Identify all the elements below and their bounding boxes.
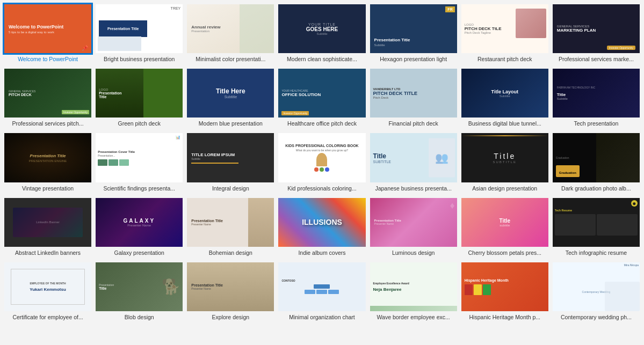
template-label: Modern blue presentation [187,120,274,127]
template-card-indie[interactable]: ILLUSIONS Indie album covers [276,196,367,260]
template-label: Tech infographic resume [553,249,640,256]
template-label: Dark graduation photo alb... [553,185,640,192]
template-label: Hexagon presentation light [370,56,457,62]
template-thumb-title: MARKETING PLAN [557,28,596,33]
template-label: Professional services marke... [553,56,640,62]
template-card-scientific[interactable]: Presentation Cover Title Presentation...… [93,131,185,195]
template-label: Healthcare office pitch deck [278,120,365,127]
template-card-cherry[interactable]: Title subtitle Cherry blossom petals pre… [459,196,551,260]
template-label: Explore design [187,314,274,320]
template-label: Asian design presentation [461,185,548,192]
template-card-wedding[interactable]: Mira Nkrupa Contemporary Wedding Contemp… [551,260,642,325]
template-label: Wave border employee exc... [370,314,457,320]
template-thumb-sub: YOUR TITLE [308,23,336,26]
template-card-hispanic[interactable]: Hispanic Heritage Month Hispanic Heritag… [459,260,551,325]
template-label: Financial pitch deck [370,120,457,127]
template-card-vintage[interactable]: Presentation Title PRESENTATION ENGINE V… [2,131,93,195]
template-label: Luminous design [370,249,457,256]
template-label: Abstract LinkedIn banners [4,249,91,256]
template-label: Blob design [96,314,183,320]
template-label: Scientific findings presenta... [96,185,183,192]
template-card-japanese[interactable]: Title SUBTITLE 👥 Japanese business prese… [368,131,459,195]
template-thumb-title: Annual review [191,25,220,30]
template-card-healthcare[interactable]: YOUR HEALTHCARE OFFICE SOLUTION Investor… [276,67,367,131]
template-thumb-title: PITCH DECK TtLE [465,26,502,31]
template-card-prof-pitch[interactable]: GENERAL SERVICES PITCH DECK Investor Opp… [2,67,93,131]
template-label: Indie album covers [278,249,365,256]
template-card-welcome[interactable]: Welcome to PowerPoint 5 tips to be a dig… [2,2,93,67]
template-label: Contemporary wedding ph... [553,314,640,320]
template-card-bright-business[interactable]: Presentation Title TREY Bright business … [93,2,185,67]
template-card-minimal-org[interactable]: CONTOSO Minimal organization chart [276,260,367,325]
template-card-wave[interactable]: Employee Excellence Award Neja Benjaree … [368,260,459,325]
template-label: Bright business presentation [96,56,183,62]
template-label: Green pitch deck [96,120,183,127]
template-label: Hispanic Heritage Month p... [461,314,548,320]
template-card-cert[interactable]: EMPLOYEE OF THE MONTH Yukari Kemmotsu Ce… [2,260,93,325]
template-card-bohemian[interactable]: Presentation Title Presenter Name Bohemi… [185,196,276,260]
template-label: Professional services pitch... [4,120,91,127]
template-card-prof-services-mkt[interactable]: GENERAL SERVICES MARKETING PLAN Investor… [551,2,642,67]
template-label: Certificate for employee of... [4,314,91,320]
template-label: Restaurant pitch deck [461,56,548,62]
template-card-kid-pro[interactable]: KIDS PROFESSIONAL COLORING BOOK What do … [276,131,367,195]
template-label: Kid professionals coloring... [278,185,365,192]
template-card-luminous[interactable]: Presentation Title Presenter Name ♦ Lumi… [368,196,459,260]
template-label: Minimalist color presentati... [187,56,274,62]
template-label: Modern clean sophisticate... [278,56,365,62]
template-gallery: Welcome to PowerPoint 5 tips to be a dig… [0,0,644,327]
template-card-business-digital[interactable]: Title Layout Subtitle Business digital b… [459,67,551,131]
template-label: Integral design [187,185,274,192]
template-card-blob[interactable]: Presentation Title 🐕 Blob design [93,260,185,325]
template-thumb-title: Welcome to PowerPoint [9,24,63,30]
template-card-galaxy[interactable]: GALAXY Presenter Name Galaxy presentatio… [93,196,185,260]
template-thumb-sub: 5 tips to be a digital way to work [9,31,54,34]
template-card-explore[interactable]: Presentation Title Presenter Name Explor… [185,260,276,325]
template-card-hexagon[interactable]: FR Presentation Title Subtitle Hexagon p… [368,2,459,67]
template-thumb-sub: Presentation [191,30,209,33]
template-card-tech[interactable]: FABRIKAM TECHNOLOGY INC Title Subtitle T… [551,67,642,131]
template-card-restaurant[interactable]: LOGO PITCH DECK TtLE Pitch Deck Tagline … [459,2,551,67]
template-card-dark-grad[interactable]: Graduation Graduation Dark graduation ph… [551,131,642,195]
template-card-green-pitch[interactable]: LOGO Presentation Title Green pitch deck [93,67,185,131]
template-card-asian[interactable]: Title SUBTITLE Asian design presentation [459,131,551,195]
template-label: Tech presentation [553,120,640,127]
template-label: Galaxy presentation [96,249,183,256]
template-thumb-title: GOES HERE [306,26,338,32]
template-label: Welcome to PowerPoint [4,56,91,62]
template-card-tech-info[interactable]: Tech Resume ⬤ Tech infographic resume [551,196,642,260]
template-label: Minimal organization chart [278,314,365,320]
template-label: Business digital blue tunnel... [461,120,548,127]
template-label: Cherry blossom petals pres... [461,249,548,256]
template-thumb-title: Presentation Title [374,38,410,42]
template-card-integral[interactable]: TITLE LOREM IPSUM Subtitle Integral desi… [185,131,276,195]
template-card-modern-clean[interactable]: YOUR TITLE GOES HERE Subtitle Modern cle… [276,2,367,67]
template-thumb-sub: Pitch Deck Tagline [465,31,491,34]
template-label: Bohemian design [187,249,274,256]
template-card-financial[interactable]: Vanderbilt Ltd PITCH DECK TITLE Pitch De… [368,67,459,131]
template-label: Japanese business presenta... [370,185,457,192]
template-label: Vintage presentation [4,185,91,192]
template-card-abstract[interactable]: LinkedIn Banner Abstract LinkedIn banner… [2,196,93,260]
template-card-minimalist[interactable]: Annual review Presentation Minimalist co… [185,2,276,67]
template-card-modern-blue[interactable]: Title Here Subtitle Modern blue presenta… [185,67,276,131]
